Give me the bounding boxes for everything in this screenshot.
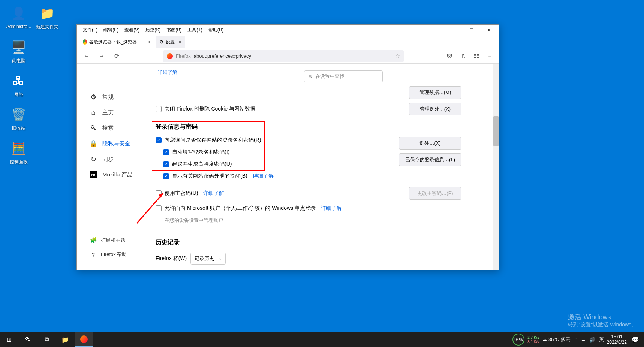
sidebar-item-mozilla[interactable]: mMozilla 产品 bbox=[86, 168, 152, 181]
clock[interactable]: 15:01 2022/8/22 bbox=[607, 334, 627, 345]
url-bar[interactable]: Firefox about:preferences#privacy ☆ bbox=[163, 50, 404, 62]
manage-exceptions-button[interactable]: 管理例外…(X) bbox=[409, 103, 461, 115]
volume-icon[interactable]: 🔊 bbox=[589, 337, 595, 343]
checkbox-clear-on-close[interactable] bbox=[156, 106, 162, 112]
search-button[interactable]: 🔍︎ bbox=[19, 332, 37, 347]
close-icon[interactable]: × bbox=[147, 39, 150, 45]
notifications-button[interactable]: 💬 bbox=[630, 332, 641, 347]
menu-file[interactable]: 文件(F) bbox=[81, 26, 100, 34]
desktop-icon-network[interactable]: 🖧网络 bbox=[4, 72, 33, 98]
library-icon[interactable] bbox=[458, 51, 468, 61]
pocket-icon[interactable] bbox=[444, 51, 455, 61]
manage-data-button[interactable]: 管理数据…(M) bbox=[409, 86, 461, 99]
menu-history[interactable]: 历史(S) bbox=[143, 26, 163, 34]
history-mode-select[interactable]: 记录历史 bbox=[190, 253, 226, 265]
folder-icon: 📁 bbox=[38, 4, 56, 22]
desktop-icon-recycle[interactable]: 🗑️回收站 bbox=[4, 106, 33, 132]
help-icon: ? bbox=[90, 251, 97, 258]
settings-content: 详细了解 管理数据…(M) 关闭 Firefox 时删除 Cookie 与网站数… bbox=[152, 64, 499, 270]
tab-chrome-download[interactable]: 谷歌浏览器下载_浏览器官网入[... × bbox=[79, 36, 154, 48]
network-icon: 🖧 bbox=[10, 72, 28, 90]
explorer-button[interactable]: 📁 bbox=[56, 332, 74, 347]
puzzle-icon: 🧩 bbox=[90, 237, 97, 244]
start-button[interactable]: ⊞ bbox=[0, 332, 18, 347]
sidebar-item-privacy[interactable]: 🔒隐私与安全 bbox=[86, 136, 152, 151]
forward-button[interactable]: → bbox=[96, 50, 108, 62]
gear-icon: ⚙ bbox=[159, 39, 163, 45]
new-tab-button[interactable]: + bbox=[187, 37, 197, 47]
app-menu-button[interactable]: ≡ bbox=[485, 51, 495, 61]
sidebar-item-help[interactable]: ?Firefox 帮助 bbox=[86, 248, 130, 261]
svg-rect-0 bbox=[474, 54, 476, 56]
clear-on-close-label: 关闭 Firefox 时删除 Cookie 与网站数据 bbox=[165, 106, 255, 112]
sidebar-item-general[interactable]: ⚙常规 bbox=[86, 90, 152, 104]
sidebar-item-search[interactable]: 🔍︎搜索 bbox=[86, 121, 152, 135]
learn-more-link[interactable]: 详细了解 bbox=[253, 173, 274, 179]
bookmark-icon[interactable]: ☆ bbox=[395, 53, 400, 59]
sso-label: 允许面向 Microsoft 账户（个人/工作/学校）的 Windows 单点登… bbox=[165, 205, 316, 212]
menu-bookmarks[interactable]: 书签(B) bbox=[164, 26, 184, 34]
control-panel-icon: 🧮 bbox=[10, 139, 28, 157]
task-view-button[interactable]: ⧉ bbox=[37, 332, 55, 347]
weather-widget[interactable]: ☁ 35°C 多云 bbox=[542, 336, 570, 343]
tabbar: 谷歌浏览器下载_浏览器官网入[... × ⚙ 设置 × + bbox=[77, 35, 499, 49]
menubar: 文件(F) 编辑(E) 查看(V) 历史(S) 书签(B) 工具(T) 帮助(H… bbox=[78, 26, 446, 34]
settings-page: 🔍︎ 在设置中查找 ⚙常规 ⌂主页 🔍︎搜索 🔒隐私与安全 ↻同步 mMozil… bbox=[77, 64, 499, 270]
trash-icon: 🗑️ bbox=[10, 106, 28, 124]
onedrive-icon[interactable]: ☁ bbox=[581, 337, 586, 343]
search-icon: 🔍︎ bbox=[90, 124, 97, 132]
desktop-icon-pc[interactable]: 🖥️此电脑 bbox=[4, 38, 33, 64]
reload-button[interactable]: ⟳ bbox=[111, 50, 123, 62]
desktop-icon-admin[interactable]: 👤Administra... bbox=[4, 4, 33, 29]
sidebar-item-sync[interactable]: ↻同步 bbox=[86, 152, 152, 166]
ime-indicator[interactable]: 英 bbox=[599, 336, 604, 343]
desktop-icon-folder[interactable]: 📁新建文件夹 bbox=[33, 4, 61, 30]
menu-edit[interactable]: 编辑(E) bbox=[101, 26, 121, 34]
pc-icon: 🖥️ bbox=[10, 38, 28, 56]
learn-more-link[interactable]: 详细了解 bbox=[321, 205, 342, 212]
firefox-window: 文件(F) 编辑(E) 查看(V) 历史(S) 书签(B) 工具(T) 帮助(H… bbox=[76, 24, 499, 270]
svg-rect-2 bbox=[474, 57, 476, 58]
windows-activation-watermark: 激活 Windows 转到"设置"以激活 Windows。 bbox=[568, 313, 637, 328]
menu-help[interactable]: 帮助(H) bbox=[206, 26, 226, 34]
scrollbar-thumb[interactable] bbox=[493, 116, 499, 146]
back-button[interactable]: ← bbox=[81, 50, 93, 62]
history-prefix-label: Firefox 将(W) bbox=[156, 255, 187, 262]
checkbox-master-password[interactable] bbox=[156, 190, 162, 196]
tab-settings[interactable]: ⚙ 设置 × bbox=[156, 36, 185, 48]
close-icon[interactable]: × bbox=[178, 39, 181, 45]
taskbar: ⊞ 🔍︎ ⧉ 📁 94% 2.7 K/s 8.1 K/s ☁ 35°C 多云 ˄… bbox=[0, 332, 644, 347]
change-master-button: 更改主密码…(P) bbox=[409, 187, 461, 200]
desktop-icon-control[interactable]: 🧮控制面板 bbox=[4, 139, 33, 165]
sidebar-item-home[interactable]: ⌂主页 bbox=[86, 106, 152, 120]
checkbox-breach[interactable]: ✓ bbox=[163, 173, 169, 179]
menu-tools[interactable]: 工具(T) bbox=[185, 26, 204, 34]
close-button[interactable]: ✕ bbox=[480, 25, 497, 35]
svg-rect-3 bbox=[477, 57, 479, 58]
gear-icon: ⚙ bbox=[90, 93, 97, 101]
learn-more-link[interactable]: 详细了解 bbox=[158, 69, 177, 76]
checkbox-sso[interactable] bbox=[156, 205, 162, 211]
breach-label: 显示有关网站密码外泄的提醒(B) bbox=[172, 173, 247, 179]
performance-widget[interactable]: 94% bbox=[512, 334, 524, 346]
sidebar-item-extensions[interactable]: 🧩扩展和主题 bbox=[86, 234, 130, 247]
netspeed-widget: 2.7 K/s 8.1 K/s bbox=[527, 335, 539, 344]
annotation-red-box bbox=[152, 121, 265, 171]
lock-icon: 🔒 bbox=[90, 139, 97, 148]
section-history-title: 历史记录 bbox=[156, 239, 484, 247]
maximize-button[interactable]: ☐ bbox=[463, 25, 480, 35]
scrollbar[interactable] bbox=[493, 64, 499, 270]
exceptions-button[interactable]: 例外…(X) bbox=[399, 137, 461, 150]
chrome-icon bbox=[83, 39, 87, 45]
menu-view[interactable]: 查看(V) bbox=[122, 26, 142, 34]
minimize-button[interactable]: ─ bbox=[446, 25, 463, 35]
titlebar: 文件(F) 编辑(E) 查看(V) 历史(S) 书签(B) 工具(T) 帮助(H… bbox=[77, 25, 499, 35]
extensions-icon[interactable] bbox=[471, 51, 482, 61]
saved-logins-button[interactable]: 已保存的登录信息…(L) bbox=[399, 153, 461, 166]
firefox-taskbar-button[interactable] bbox=[75, 332, 93, 347]
master-password-label: 使用主密码(U) bbox=[165, 190, 198, 197]
sync-icon: ↻ bbox=[90, 155, 97, 163]
tray-chevron-icon[interactable]: ˄ bbox=[574, 337, 577, 343]
learn-more-link[interactable]: 详细了解 bbox=[203, 190, 224, 197]
device-settings-note: 在您的设备设置中管理账户 bbox=[165, 217, 484, 224]
